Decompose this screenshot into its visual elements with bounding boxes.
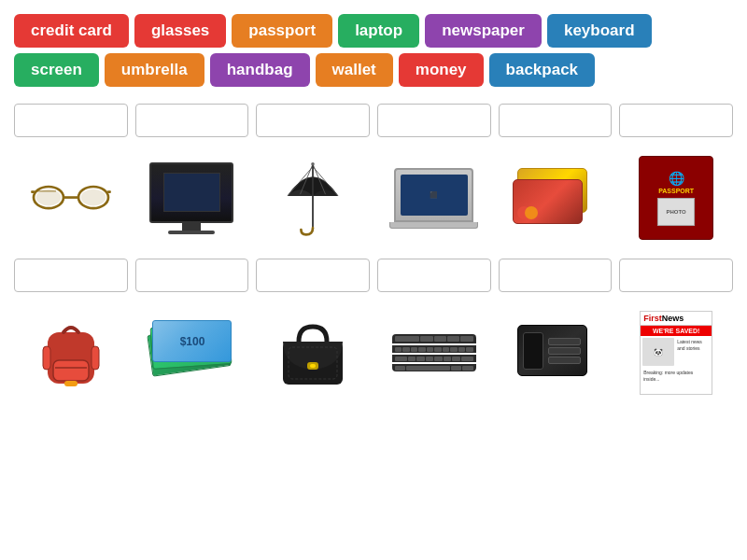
svg-rect-6 bbox=[107, 190, 111, 191]
image-money: $100 $100 bbox=[135, 301, 249, 404]
answer-box[interactable] bbox=[499, 259, 613, 292]
image-passport: 🌐 PASSPORT PHOTO bbox=[619, 147, 733, 249]
word-tag-wallet[interactable]: wallet bbox=[316, 53, 393, 87]
answer-box[interactable] bbox=[135, 259, 249, 292]
answer-box[interactable] bbox=[619, 259, 733, 292]
svg-rect-20 bbox=[64, 381, 78, 386]
answer-box[interactable] bbox=[619, 104, 733, 137]
word-tag-newspaper[interactable]: newspaper bbox=[425, 14, 542, 48]
word-tag-umbrella[interactable]: umbrella bbox=[105, 53, 204, 87]
word-tag-credit-card[interactable]: credit card bbox=[14, 14, 129, 48]
answer-box[interactable] bbox=[14, 104, 128, 137]
image-row-2: $100 $100 bbox=[14, 301, 733, 404]
image-wallet bbox=[499, 301, 613, 404]
answer-row-1 bbox=[14, 104, 733, 137]
image-laptop: ⬛ bbox=[377, 147, 491, 249]
word-tag-handbag[interactable]: handbag bbox=[210, 53, 310, 87]
word-tag-glasses[interactable]: glasses bbox=[134, 14, 226, 48]
svg-rect-23 bbox=[310, 364, 316, 368]
answer-box[interactable] bbox=[499, 104, 613, 137]
image-newspaper: FirstNews WE'RE SAVED! 🐼 Latest news and… bbox=[619, 301, 733, 404]
image-handbag bbox=[256, 301, 370, 404]
svg-rect-16 bbox=[53, 360, 89, 381]
word-tag-money[interactable]: money bbox=[399, 53, 484, 87]
svg-rect-18 bbox=[43, 346, 50, 370]
svg-point-8 bbox=[80, 189, 106, 206]
image-keyboard bbox=[377, 301, 491, 404]
image-glasses bbox=[14, 147, 128, 249]
answer-box[interactable] bbox=[256, 104, 370, 137]
image-screen bbox=[135, 147, 249, 249]
answer-box[interactable] bbox=[377, 104, 491, 137]
svg-rect-19 bbox=[92, 346, 99, 370]
answer-box[interactable] bbox=[377, 259, 491, 292]
svg-point-7 bbox=[35, 189, 61, 206]
word-tag-laptop[interactable]: laptop bbox=[338, 14, 419, 48]
image-creditcard: VISA bbox=[499, 147, 613, 249]
word-bank: credit cardglassespassportlaptopnewspape… bbox=[14, 14, 733, 87]
answer-box[interactable] bbox=[14, 259, 128, 292]
svg-point-14 bbox=[311, 162, 315, 166]
image-umbrella bbox=[256, 147, 370, 249]
image-row-1: ⬛ VISA 🌐 PASSPORT PHOTO bbox=[14, 147, 733, 249]
answer-box[interactable] bbox=[256, 259, 370, 292]
word-tag-screen[interactable]: screen bbox=[14, 53, 99, 87]
word-tag-keyboard[interactable]: keyboard bbox=[547, 14, 652, 48]
image-backpack bbox=[14, 301, 128, 404]
word-tag-backpack[interactable]: backpack bbox=[489, 53, 596, 87]
word-tag-passport[interactable]: passport bbox=[232, 14, 332, 48]
answer-box[interactable] bbox=[135, 104, 249, 137]
answer-row-2 bbox=[14, 259, 733, 292]
